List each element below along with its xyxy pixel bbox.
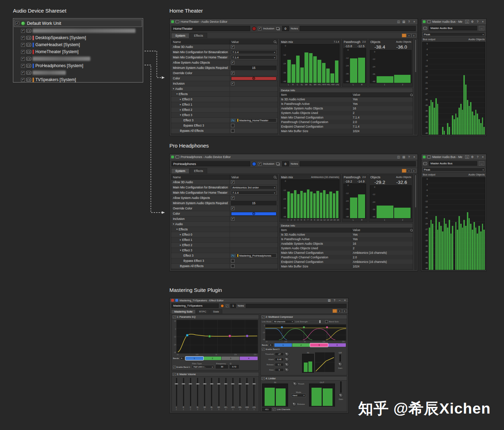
fx-icon[interactable]: Fx xyxy=(231,254,235,257)
info-value-header[interactable]: Value xyxy=(353,228,360,232)
bus-name-field[interactable]: Master Audio Bus xyxy=(429,161,477,166)
item-checkbox[interactable] xyxy=(21,36,25,40)
module-enable-checkbox[interactable] xyxy=(173,373,176,376)
notes-field[interactable] xyxy=(246,304,346,308)
value-checkbox[interactable] xyxy=(231,217,234,221)
list-icon[interactable]: ≡ xyxy=(342,309,347,313)
module-enable-checkbox[interactable] xyxy=(262,377,265,380)
info-item-header[interactable]: Item xyxy=(280,228,351,232)
settings-icon[interactable]: ⚙ xyxy=(470,20,474,24)
tree-item[interactable]: GameHeadset [System] xyxy=(13,41,143,48)
channel-fader[interactable]: BR0 xyxy=(216,378,221,410)
meter-titlebar[interactable]: Master Audio Bus - Meter 1 ⚙ ? × xyxy=(421,19,486,25)
inclusion-checkbox[interactable] xyxy=(258,27,261,30)
layout-icon[interactable]: ◫ xyxy=(397,20,400,24)
value-dropdown[interactable]: 7.1.4▾ xyxy=(231,55,276,59)
link-channels-checkbox[interactable] xyxy=(273,408,275,411)
value-checkbox[interactable] xyxy=(231,207,234,210)
fader-handle[interactable] xyxy=(217,383,220,385)
item-checkbox[interactable] xyxy=(21,64,25,68)
color-mode-icon[interactable] xyxy=(402,169,406,173)
module-enable-checkbox[interactable] xyxy=(262,316,265,318)
fx-icon[interactable]: Fx xyxy=(231,119,235,122)
enable-band-checkbox[interactable] xyxy=(173,366,176,368)
search-icon[interactable] xyxy=(410,229,413,231)
color-mode-icon[interactable] xyxy=(402,34,406,37)
ref-count-field[interactable]: 0 xyxy=(282,26,289,31)
param-knob[interactable] xyxy=(285,368,289,372)
effect-titlebar[interactable]: Mastering_TVSpeakers - Effect Editor ▤ ?… xyxy=(170,298,348,303)
layout-preset-icon[interactable]: 1 xyxy=(465,155,469,159)
value-dropdown[interactable]: 7.1.4▾ xyxy=(231,50,276,54)
link-mode-dropdown[interactable]: All channels▾ xyxy=(273,320,294,323)
scrollbar-thumb[interactable] xyxy=(415,40,416,72)
crossover-graph[interactable] xyxy=(265,324,346,341)
help-icon[interactable]: ? xyxy=(476,20,479,24)
close-icon[interactable]: × xyxy=(481,20,485,24)
param-value-field[interactable]: 0.1 xyxy=(275,363,284,366)
channel-fader[interactable]: SL0 xyxy=(195,378,200,410)
band-segment[interactable]: 1 xyxy=(274,343,292,347)
param-knob[interactable] xyxy=(285,363,289,367)
item-checkbox[interactable] xyxy=(21,50,25,54)
fader-handle[interactable] xyxy=(245,383,248,385)
collapse-icon[interactable]: ▾ xyxy=(173,223,174,225)
search-icon[interactable] xyxy=(274,176,276,178)
color-swatch[interactable] xyxy=(231,77,276,80)
fader-handle[interactable] xyxy=(203,383,206,385)
value-checkbox[interactable] xyxy=(231,82,234,85)
fader-handle[interactable] xyxy=(210,383,213,385)
collapse-icon[interactable]: ▾ xyxy=(173,87,174,90)
tree-item[interactable]: TVSpeakers [System] xyxy=(13,76,143,83)
bus-name-field[interactable]: Master Audio Bus xyxy=(429,26,477,30)
param-value-field[interactable]: 0 xyxy=(275,368,284,372)
channel-fader[interactable]: HRL0 xyxy=(238,378,243,410)
channel-fader[interactable]: C0 xyxy=(188,378,193,410)
link-strength-slider[interactable] xyxy=(309,321,324,322)
item-checkbox[interactable] xyxy=(21,43,25,47)
expand-icon[interactable]: ▸ xyxy=(180,238,181,241)
mode-dropdown[interactable]: Hard▾ xyxy=(291,394,306,397)
expand-icon[interactable]: ▸ xyxy=(180,103,181,106)
value-checkbox[interactable] xyxy=(231,196,234,200)
band-segment[interactable]: 4 xyxy=(328,343,346,347)
ref-count-field[interactable]: 1 xyxy=(230,304,236,308)
save-icon[interactable]: ▤ xyxy=(402,20,406,24)
tab-system[interactable]: System xyxy=(171,33,189,38)
effect-name-field[interactable]: Mastering_ProHeadphones xyxy=(236,253,276,258)
settings-icon[interactable]: ⚙ xyxy=(470,155,474,159)
value-checkbox[interactable] xyxy=(231,61,234,64)
tab-system[interactable]: System xyxy=(171,168,189,173)
scrollbar-thumb[interactable] xyxy=(415,175,416,207)
fader-handle[interactable] xyxy=(224,383,227,385)
pause-icon[interactable]: ‖ xyxy=(337,309,342,313)
browse-button[interactable]: ... xyxy=(479,26,484,30)
editor-titlebar[interactable]: HomeTheater - Audio Device Editor ◫ ▤ ? … xyxy=(170,19,418,25)
meter-titlebar[interactable]: Master Audio Bus - Meter 1 ⚙ ? × xyxy=(421,154,486,160)
device-name-field[interactable]: ProHeadphones xyxy=(172,161,250,166)
param-value-field[interactable]: -27 xyxy=(275,352,284,356)
fader-handle[interactable] xyxy=(231,383,234,385)
collapse-icon[interactable]: ▾ xyxy=(180,249,181,252)
band-segment[interactable]: 3 xyxy=(310,343,328,347)
collapse-icon[interactable]: ▾ xyxy=(176,93,178,95)
tab-state[interactable]: State xyxy=(210,309,222,314)
notes-field[interactable] xyxy=(300,161,416,166)
object-color-circle[interactable] xyxy=(220,304,224,308)
tree-item[interactable] xyxy=(13,55,143,62)
effect-name-field[interactable]: Mastering_HomeTheater xyxy=(236,118,276,122)
channel-fader[interactable]: HFL0 xyxy=(223,378,228,410)
object-color-circle[interactable] xyxy=(252,27,256,31)
value-dropdown[interactable]: 7.1.4▾ xyxy=(231,191,276,195)
grid-name-header[interactable]: Name xyxy=(171,40,230,44)
value-number-field[interactable]: 15 xyxy=(231,66,276,70)
expand-icon[interactable]: ▸ xyxy=(180,244,181,246)
channel-fader[interactable]: HFR0 xyxy=(230,378,235,410)
band-segment[interactable]: 4 xyxy=(240,357,258,360)
gain-knob[interactable] xyxy=(339,393,343,397)
help-icon[interactable]: ? xyxy=(332,299,336,302)
save-icon[interactable]: ▤ xyxy=(327,299,331,302)
list-icon[interactable]: ≡ xyxy=(412,34,416,37)
channel-fader[interactable]: LFE0 xyxy=(252,378,257,410)
grid-value-header[interactable]: Value xyxy=(231,175,239,179)
